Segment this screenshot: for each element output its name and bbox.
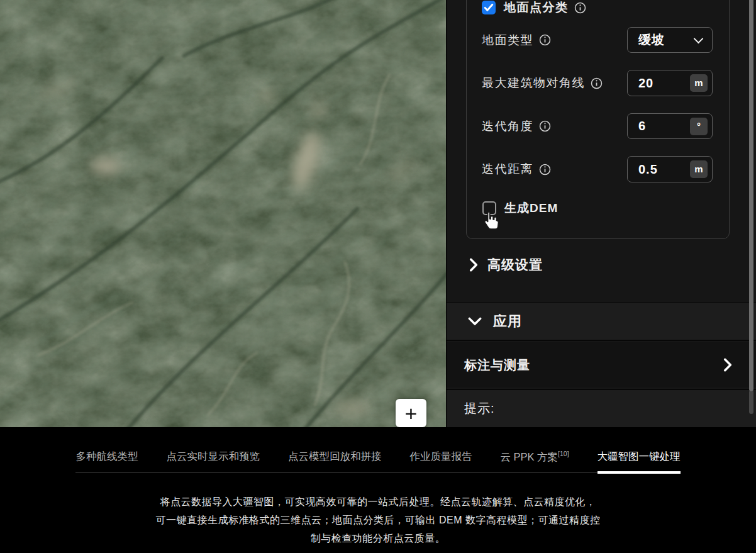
- check-icon: [483, 3, 494, 13]
- ground-type-label: 地面类型: [482, 32, 533, 48]
- max-building-diagonal-row: 最大建筑物对角线 20 m: [447, 70, 756, 96]
- ground-classification-label: 地面点分类: [504, 0, 569, 16]
- footer-tab[interactable]: 大疆智图一键处理: [598, 450, 681, 472]
- feature-description: 将点云数据导入大疆智图，可实现高效可靠的一站式后处理。经点云轨迹解算、点云精度优…: [155, 493, 601, 547]
- scrollbar-track-end: [749, 391, 753, 414]
- info-icon[interactable]: [539, 120, 551, 132]
- iteration-distance-label: 迭代距离: [482, 161, 533, 177]
- info-icon[interactable]: [539, 34, 551, 46]
- settings-panel: 地面点分类 地面类型 缓坡 最大建筑物对角线: [446, 0, 756, 427]
- feature-footer: 多种航线类型点云实时显示和预览点云模型回放和拼接作业质量报告云 PPK 方案[1…: [0, 427, 756, 553]
- chevron-right-icon: [469, 258, 477, 272]
- iteration-angle-input[interactable]: 6 °: [627, 113, 713, 139]
- info-icon[interactable]: [574, 2, 586, 14]
- iteration-angle-label: 迭代角度: [482, 118, 533, 135]
- dji-terra-screen: + 地面点分类 地面类型 缓坡: [0, 0, 756, 553]
- iteration-distance-input[interactable]: 0.5 m: [627, 156, 713, 182]
- unit-badge-degree: °: [690, 118, 708, 135]
- max-building-diagonal-label: 最大建筑物对角线: [482, 75, 585, 91]
- footer-tab[interactable]: 点云模型回放和拼接: [288, 450, 382, 472]
- iteration-angle-row: 迭代角度 6 °: [447, 113, 756, 139]
- annotate-measure-label: 标注与测量: [464, 357, 530, 374]
- ground-type-row: 地面类型 缓坡: [447, 27, 756, 53]
- iteration-angle-value: 6: [628, 119, 646, 133]
- generate-dem-checkbox[interactable]: [482, 201, 496, 215]
- chevron-right-icon: [723, 358, 731, 372]
- footer-tab[interactable]: 云 PPK 方案[10]: [500, 450, 569, 472]
- chevron-down-icon: [468, 317, 482, 325]
- max-building-diagonal-value: 20: [628, 76, 653, 91]
- footer-tab[interactable]: 作业质量报告: [409, 450, 472, 472]
- footer-tab[interactable]: 点云实时显示和预览: [166, 450, 260, 472]
- zoom-in-button[interactable]: +: [396, 399, 426, 427]
- info-icon[interactable]: [539, 164, 551, 176]
- advanced-settings-label: 高级设置: [487, 256, 543, 274]
- unit-badge-meter: m: [690, 160, 708, 178]
- tip-label: 提示:: [464, 400, 495, 417]
- footer-tabs: 多种航线类型点云实时显示和预览点云模型回放和拼接作业质量报告云 PPK 方案[1…: [75, 450, 680, 473]
- ground-classification-row: 地面点分类: [447, 0, 756, 15]
- iteration-distance-row: 迭代距离 0.5 m: [447, 156, 756, 182]
- scrollbar-thumb[interactable]: [749, 0, 753, 391]
- ground-classification-checkbox[interactable]: [482, 1, 496, 14]
- unit-badge-meter: m: [690, 74, 708, 92]
- generate-dem-label: 生成DEM: [504, 200, 558, 216]
- tip-section: 提示:: [447, 389, 756, 427]
- apply-section-toggle[interactable]: 应用: [447, 302, 756, 341]
- ground-type-select[interactable]: 缓坡: [627, 27, 713, 53]
- apply-label: 应用: [493, 312, 522, 331]
- map-viewport[interactable]: +: [0, 0, 446, 427]
- scrollbar[interactable]: [749, 0, 753, 427]
- advanced-settings-toggle[interactable]: 高级设置: [447, 250, 756, 279]
- chevron-down-icon: [694, 33, 704, 43]
- iteration-distance-value: 0.5: [628, 162, 658, 177]
- annotate-measure-item[interactable]: 标注与测量: [447, 342, 756, 388]
- info-icon[interactable]: [591, 77, 603, 89]
- ground-type-value: 缓坡: [628, 31, 665, 48]
- satellite-imagery: [0, 0, 446, 427]
- max-building-diagonal-input[interactable]: 20 m: [627, 70, 713, 96]
- footer-tab[interactable]: 多种航线类型: [75, 450, 138, 472]
- generate-dem-row: 生成DEM: [447, 201, 756, 216]
